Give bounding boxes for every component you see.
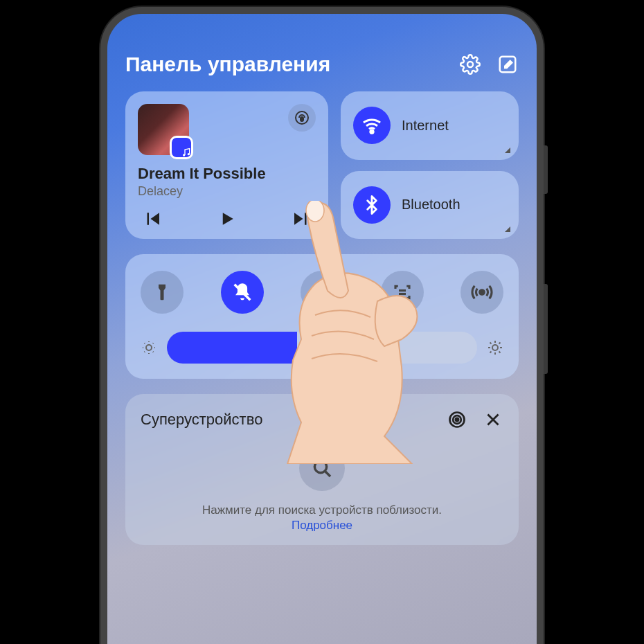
bluetooth-label: Bluetooth	[402, 197, 460, 213]
super-device-refresh-button[interactable]	[447, 409, 467, 430]
skip-next-icon	[291, 208, 312, 229]
wifi-icon	[353, 107, 391, 144]
gear-icon	[460, 54, 481, 75]
svg-point-11	[146, 345, 152, 350]
super-device-more-link[interactable]: Подробнее	[141, 519, 503, 533]
header: Панель управления	[125, 53, 519, 76]
mute-bell-icon	[231, 280, 254, 304]
side-button-2	[544, 284, 548, 374]
svg-point-2	[183, 154, 185, 156]
track-title: Dream It Possible	[138, 165, 316, 183]
previous-track-button[interactable]	[142, 208, 163, 229]
svg-point-6	[370, 130, 373, 133]
mute-toggle[interactable]	[221, 271, 264, 314]
svg-line-19	[325, 472, 330, 476]
edit-button[interactable]	[497, 53, 519, 75]
internet-label: Internet	[402, 118, 449, 134]
super-device-close-button[interactable]	[483, 409, 503, 430]
brightness-slider[interactable]	[167, 332, 477, 364]
quick-toggles-card	[125, 254, 519, 379]
media-card[interactable]: Dream It Possible Delacey	[125, 91, 328, 239]
music-app-icon	[181, 147, 192, 158]
svg-point-0	[467, 62, 473, 67]
audio-output-button[interactable]	[288, 104, 316, 132]
track-artist: Delacey	[138, 184, 316, 199]
search-icon	[311, 457, 333, 479]
super-device-card: Суперустройство Нажмите для поиска устро…	[125, 394, 519, 545]
super-device-hint: Нажмите для поиска устройств поблизости.	[141, 503, 503, 517]
phone-frame: Панель управления	[100, 7, 544, 644]
brightness-fill	[167, 332, 297, 364]
hotspot-icon	[471, 281, 493, 303]
cast-audio-icon	[294, 109, 310, 126]
side-button-1	[544, 145, 548, 194]
next-track-button[interactable]	[291, 208, 312, 229]
expand-triangle-icon	[505, 147, 510, 153]
svg-rect-5	[301, 117, 303, 121]
screenshot-toggle[interactable]	[381, 271, 424, 314]
play-pause-button[interactable]	[217, 208, 238, 229]
edit-icon	[497, 54, 518, 75]
hotspot-toggle[interactable]	[460, 271, 503, 314]
svg-point-18	[314, 460, 326, 472]
bluetooth-toggle[interactable]: Bluetooth	[341, 171, 519, 240]
scan-toggle[interactable]	[301, 271, 343, 314]
screen: Панель управления	[107, 14, 537, 644]
flashlight-icon	[152, 282, 172, 303]
internet-toggle[interactable]: Internet	[341, 91, 519, 160]
svg-point-10	[480, 290, 485, 295]
super-device-title: Суперустройство	[141, 411, 262, 429]
settings-button[interactable]	[459, 53, 481, 75]
expand-triangle-icon	[505, 226, 510, 232]
svg-point-3	[188, 153, 190, 155]
target-icon	[447, 410, 467, 429]
close-icon	[484, 411, 502, 429]
album-art	[138, 104, 189, 155]
page-title: Панель управления	[125, 53, 330, 76]
brightness-low-icon	[141, 339, 157, 356]
flashlight-toggle[interactable]	[141, 271, 184, 314]
screenshot-icon	[392, 282, 413, 303]
scan-icon	[312, 282, 332, 303]
play-icon	[217, 208, 238, 229]
search-devices-button[interactable]	[299, 445, 345, 491]
bluetooth-icon	[353, 186, 391, 224]
brightness-high-icon	[487, 339, 503, 356]
skip-previous-icon	[142, 208, 163, 229]
svg-point-12	[492, 345, 498, 350]
svg-point-15	[456, 418, 458, 421]
